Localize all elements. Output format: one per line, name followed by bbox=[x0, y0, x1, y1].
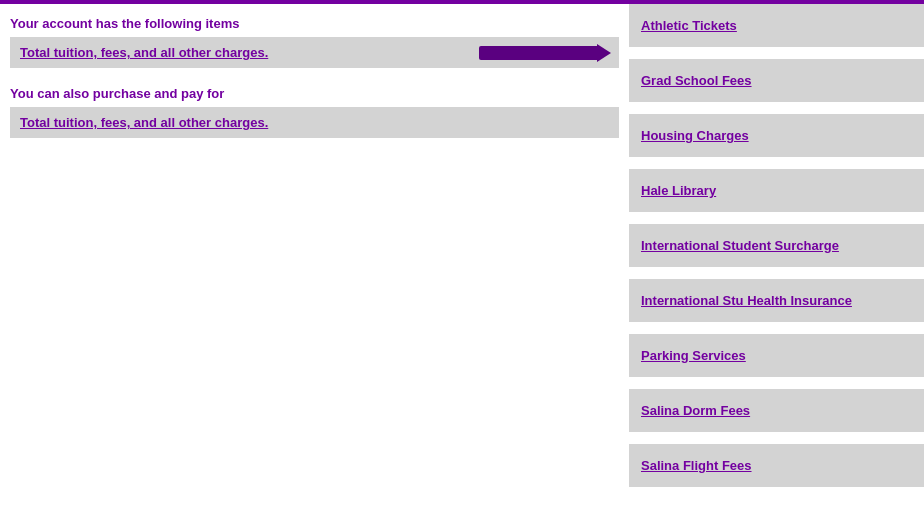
right-item-intl-surcharge: International Student Surcharge bbox=[629, 224, 924, 267]
left-panel: Your account has the following items Tot… bbox=[0, 4, 629, 493]
section2-link[interactable]: Total tuition, fees, and all other charg… bbox=[20, 115, 268, 130]
right-panel: Athletic Tickets Grad School Fees Housin… bbox=[629, 4, 924, 493]
right-item-salina-flight: Salina Flight Fees bbox=[629, 444, 924, 487]
right-item-athletic-tickets: Athletic Tickets bbox=[629, 4, 924, 47]
housing-charges-link[interactable]: Housing Charges bbox=[641, 128, 749, 143]
right-item-grad-school-fees: Grad School Fees bbox=[629, 59, 924, 102]
section1-row: Total tuition, fees, and all other charg… bbox=[10, 37, 619, 68]
right-item-housing-charges: Housing Charges bbox=[629, 114, 924, 157]
section2-heading: You can also purchase and pay for bbox=[10, 86, 619, 101]
salina-flight-link[interactable]: Salina Flight Fees bbox=[641, 458, 752, 473]
section2-row: Total tuition, fees, and all other charg… bbox=[10, 107, 619, 138]
section1-heading: Your account has the following items bbox=[10, 16, 619, 31]
right-item-parking: Parking Services bbox=[629, 334, 924, 377]
parking-link[interactable]: Parking Services bbox=[641, 348, 746, 363]
hale-library-link[interactable]: Hale Library bbox=[641, 183, 716, 198]
right-item-salina-dorm: Salina Dorm Fees bbox=[629, 389, 924, 432]
section1-link[interactable]: Total tuition, fees, and all other charg… bbox=[20, 45, 268, 60]
right-item-hale-library: Hale Library bbox=[629, 169, 924, 212]
arrow-area bbox=[268, 46, 609, 60]
grad-school-fees-link[interactable]: Grad School Fees bbox=[641, 73, 752, 88]
main-container: Your account has the following items Tot… bbox=[0, 4, 924, 493]
intl-surcharge-link[interactable]: International Student Surcharge bbox=[641, 238, 839, 253]
right-item-intl-health: International Stu Health Insurance bbox=[629, 279, 924, 322]
arrow-shape bbox=[479, 46, 599, 60]
athletic-tickets-link[interactable]: Athletic Tickets bbox=[641, 18, 737, 33]
intl-health-link[interactable]: International Stu Health Insurance bbox=[641, 293, 852, 308]
salina-dorm-link[interactable]: Salina Dorm Fees bbox=[641, 403, 750, 418]
